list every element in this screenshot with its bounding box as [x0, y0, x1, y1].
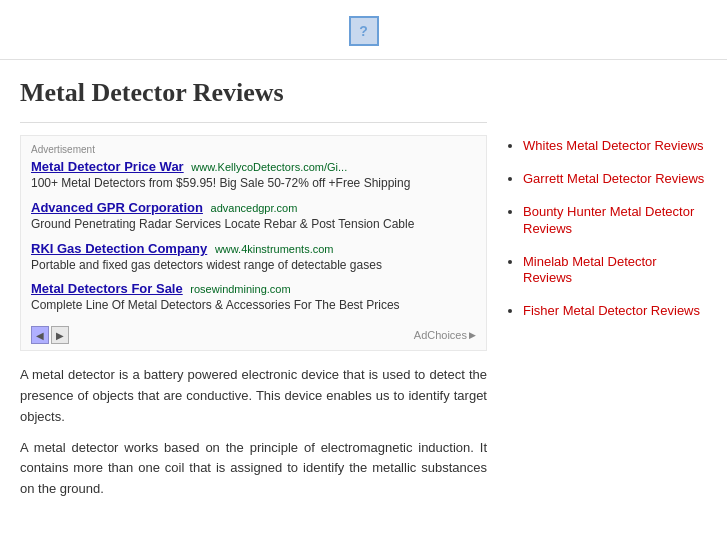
sidebar-link-item-2: Garrett Metal Detector Reviews	[523, 171, 707, 188]
ad-navigation: ◀ ▶	[31, 326, 69, 344]
ad-next-button[interactable]: ▶	[51, 326, 69, 344]
sidebar-links: Whites Metal Detector Reviews Garrett Me…	[507, 138, 707, 320]
ad-label: Advertisement	[31, 144, 476, 155]
ad-url-3: www.4kinstruments.com	[215, 243, 334, 255]
sidebar-link-4[interactable]: Minelab Metal Detector Reviews	[523, 254, 657, 286]
ad-choices[interactable]: AdChoices ▶	[414, 329, 476, 341]
ad-item-4: Metal Detectors For Sale rosewindmining.…	[31, 281, 476, 314]
ad-title-2[interactable]: Advanced GPR Corporation	[31, 200, 203, 215]
article-body: A metal detector is a battery powered el…	[20, 365, 487, 500]
main-container: Metal Detector Reviews Advertisement Met…	[0, 60, 727, 520]
banner-image: ?	[349, 16, 379, 46]
sidebar-link-item-3: Bounty Hunter Metal Detector Reviews	[523, 204, 707, 238]
page-title: Metal Detector Reviews	[20, 78, 487, 108]
top-banner: ?	[0, 0, 727, 60]
ad-title-3[interactable]: RKI Gas Detection Company	[31, 241, 207, 256]
left-column: Metal Detector Reviews Advertisement Met…	[20, 78, 487, 510]
sidebar-link-item-5: Fisher Metal Detector Reviews	[523, 303, 707, 320]
sidebar-link-item-1: Whites Metal Detector Reviews	[523, 138, 707, 155]
right-column: Whites Metal Detector Reviews Garrett Me…	[507, 78, 707, 510]
ad-url-1: www.KellycoDetectors.com/Gi...	[191, 161, 347, 173]
ad-url-4: rosewindmining.com	[190, 283, 290, 295]
ad-item-2: Advanced GPR Corporation advancedgpr.com…	[31, 200, 476, 233]
ad-desc-4: Complete Line Of Metal Detectors & Acces…	[31, 297, 476, 314]
sidebar-link-3[interactable]: Bounty Hunter Metal Detector Reviews	[523, 204, 694, 236]
sidebar-link-1[interactable]: Whites Metal Detector Reviews	[523, 138, 704, 153]
title-divider	[20, 122, 487, 123]
ad-desc-2: Ground Penetrating Radar Services Locate…	[31, 216, 476, 233]
article-paragraph-1: A metal detector is a battery powered el…	[20, 365, 487, 427]
sidebar-link-item-4: Minelab Metal Detector Reviews	[523, 254, 707, 288]
ad-desc-1: 100+ Metal Detectors from $59.95! Big Sa…	[31, 175, 476, 192]
ad-section: Advertisement Metal Detector Price War w…	[20, 135, 487, 351]
ad-url-2: advancedgpr.com	[211, 202, 298, 214]
ad-item-1: Metal Detector Price War www.KellycoDete…	[31, 159, 476, 192]
ad-footer: ◀ ▶ AdChoices ▶	[31, 322, 476, 344]
ad-title-4[interactable]: Metal Detectors For Sale	[31, 281, 183, 296]
article-paragraph-2: A metal detector works based on the prin…	[20, 438, 487, 500]
ad-title-1[interactable]: Metal Detector Price War	[31, 159, 184, 174]
sidebar-link-5[interactable]: Fisher Metal Detector Reviews	[523, 303, 700, 318]
ad-choices-icon: ▶	[469, 330, 476, 340]
ad-item-3: RKI Gas Detection Company www.4kinstrume…	[31, 241, 476, 274]
ad-desc-3: Portable and fixed gas detectors widest …	[31, 257, 476, 274]
ad-choices-label: AdChoices	[414, 329, 467, 341]
sidebar-link-2[interactable]: Garrett Metal Detector Reviews	[523, 171, 704, 186]
ad-prev-button[interactable]: ◀	[31, 326, 49, 344]
